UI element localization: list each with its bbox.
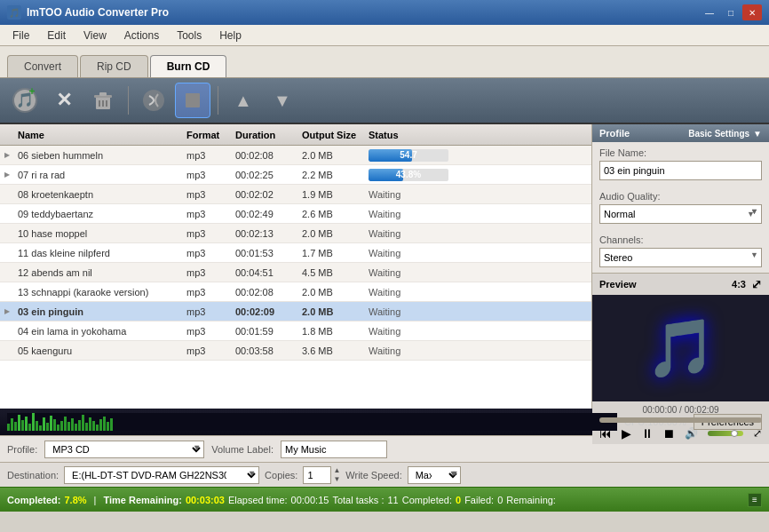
tab-rip[interactable]: Rip CD — [80, 55, 148, 77]
remaining-label: Remaining: — [506, 495, 556, 505]
preview-aspect-label: 4:3 — [732, 279, 746, 290]
audio-quality-wrapper: Normal High Low Custom ▼ — [599, 204, 762, 224]
app-title: ImTOO Audio Converter Pro — [27, 6, 700, 19]
toolbar-separator-2 — [218, 86, 218, 115]
audio-quality-select[interactable]: Normal High Low Custom — [599, 204, 762, 224]
delete-button[interactable]: ✕ — [46, 83, 82, 118]
svg-rect-11 — [186, 93, 200, 107]
copies-label: Copies: — [265, 470, 297, 480]
total-tasks-label: Total tasks : — [332, 495, 384, 505]
detail-icon[interactable]: ≡ — [748, 493, 762, 507]
time-remaining-label: Time Remaining: — [103, 495, 181, 505]
audio-quality-section: Audio Quality: Normal High Low Custom ▼ — [592, 186, 769, 229]
header-icon — [0, 125, 14, 145]
table-row[interactable]: 05 kaenguru mp3 00:03:58 3.6 MB Waiting — [0, 341, 591, 361]
app-icon: 🎵 — [7, 5, 21, 20]
stop-preview-button[interactable]: ⏹ — [662, 426, 675, 441]
channels-wrapper: Stereo Mono Joint Stereo — [599, 248, 762, 267]
col-header-duration: Duration — [232, 130, 298, 140]
panel-title: Profile — [599, 128, 630, 139]
table-row[interactable]: ▶ 03 ein pinguin mp3 00:02:09 2.0 MB Wai… — [0, 302, 591, 322]
move-down-button[interactable]: ▼ — [265, 83, 300, 118]
preview-area: 🎵 — [592, 295, 769, 401]
volume-thumb — [731, 430, 738, 437]
col-header-status: Status — [365, 130, 591, 140]
completed-count-label: Completed: — [402, 495, 452, 505]
col-header-size: Output Size — [298, 130, 365, 140]
volume-input[interactable] — [281, 441, 387, 458]
settings-expand-icon[interactable]: ▼ — [753, 129, 762, 139]
move-up-button[interactable]: ▲ — [226, 83, 261, 118]
play-button[interactable]: ▶ — [622, 426, 631, 441]
menu-help[interactable]: Help — [210, 28, 250, 44]
right-panel: Profile Basic Settings ▼ File Name: Audi… — [591, 124, 769, 409]
file-name-input[interactable] — [599, 161, 762, 180]
write-speed-select[interactable]: Max 1x 2x 4x — [408, 466, 461, 484]
col-header-format: Format — [183, 130, 232, 140]
file-name-section: File Name: — [592, 142, 769, 186]
channels-section: Channels: Stereo Mono Joint Stereo — [592, 229, 769, 273]
channels-select[interactable]: Stereo Mono Joint Stereo — [599, 248, 762, 267]
completed-count: 0 — [456, 495, 461, 505]
preview-header: Preview 4:3 ⤢ — [592, 273, 769, 295]
failed-label: Failed: — [464, 495, 494, 505]
svg-text:+: + — [28, 86, 35, 98]
tab-convert[interactable]: Convert — [7, 55, 78, 77]
completed-pct: 7.8% — [65, 495, 87, 505]
tab-burn[interactable]: Burn CD — [150, 55, 227, 77]
table-row[interactable]: 08 kroetenkaeptn mp3 00:02:02 1.9 MB Wai… — [0, 185, 591, 204]
table-row[interactable]: 11 das kleine nilpferd mp3 00:01:53 1.7 … — [0, 243, 591, 263]
svg-rect-6 — [99, 92, 107, 96]
dest-label: Destination: — [7, 470, 59, 480]
time-remaining-value: 00:03:03 — [186, 495, 225, 505]
menu-tools[interactable]: Tools — [168, 28, 210, 44]
file-list: Name Format Duration Output Size Status … — [0, 124, 591, 409]
table-row[interactable]: 10 hase moppel mp3 00:02:13 2.0 MB Waiti… — [0, 224, 591, 243]
preview-seekbar[interactable] — [599, 417, 762, 423]
statusbar: Completed: 7.8% | Time Remaining: 00:03:… — [0, 487, 769, 512]
copies-stepper[interactable]: ▲ ▼ — [333, 466, 340, 484]
table-row[interactable]: 04 ein lama in yokohama mp3 00:01:59 1.8… — [0, 322, 591, 341]
toolbar-separator-1 — [128, 86, 129, 115]
main-content: Name Format Duration Output Size Status … — [0, 124, 769, 409]
menubar: File Edit View Actions Tools Help — [0, 25, 769, 46]
table-row[interactable]: 09 teddybaertanz mp3 00:02:49 2.6 MB Wai… — [0, 204, 591, 224]
dest-bar: Destination: E:(HL-DT-ST DVD-RAM GH22NS3… — [0, 462, 769, 487]
tab-bar: Convert Rip CD Burn CD — [0, 46, 769, 78]
volume-slider[interactable] — [708, 431, 743, 436]
table-row[interactable]: 13 schnappi (karaoke version) mp3 00:02:… — [0, 282, 591, 302]
window-controls: — □ ✕ — [700, 4, 762, 20]
dest-select[interactable]: E:(HL-DT-ST DVD-RAM GH22NS30) — [64, 466, 259, 484]
copies-input[interactable] — [303, 466, 331, 484]
menu-actions[interactable]: Actions — [115, 28, 168, 44]
menu-view[interactable]: View — [75, 28, 115, 44]
music-note-icon: 🎵 — [646, 315, 717, 382]
table-row[interactable]: ▶ 06 sieben hummeln mp3 00:02:08 2.0 MB … — [0, 146, 591, 165]
separator-bar: | — [94, 495, 97, 505]
close-button[interactable]: ✕ — [742, 4, 762, 20]
basic-settings-label[interactable]: Basic Settings — [688, 129, 749, 139]
preview-label: Preview — [599, 279, 637, 290]
audio-quality-label: Audio Quality: — [599, 191, 762, 202]
profile-select[interactable]: MP3 CD — [44, 441, 204, 458]
preview-expand-icon[interactable]: ⤢ — [751, 277, 762, 291]
add-file-button[interactable]: 🎵 + — [7, 83, 43, 118]
maximize-button[interactable]: □ — [721, 4, 741, 20]
encode-button[interactable] — [136, 83, 171, 118]
file-name-label: File Name: — [599, 147, 762, 158]
pause-button[interactable]: ⏸ — [641, 426, 654, 441]
table-row[interactable]: 12 abends am nil mp3 00:04:51 4.5 MB Wai… — [0, 263, 591, 282]
elapsed-value: 00:00:15 — [291, 495, 329, 505]
table-row[interactable]: ▶ 07 ri ra rad mp3 00:02:25 2.2 MB 43.8% — [0, 165, 591, 185]
stop-button[interactable] — [175, 83, 210, 118]
total-tasks-value: 11 — [387, 495, 398, 505]
minimize-button[interactable]: — — [700, 4, 719, 20]
completed-label: Completed: — [7, 495, 61, 505]
clear-all-button[interactable] — [85, 83, 121, 118]
menu-edit[interactable]: Edit — [38, 28, 75, 44]
toolbar: 🎵 + ✕ ▲ ▼ — [0, 78, 769, 124]
menu-file[interactable]: File — [4, 28, 38, 44]
elapsed-label: Elapsed time: — [228, 495, 288, 505]
failed-count: 0 — [497, 495, 503, 505]
col-header-name[interactable]: Name — [14, 130, 183, 140]
